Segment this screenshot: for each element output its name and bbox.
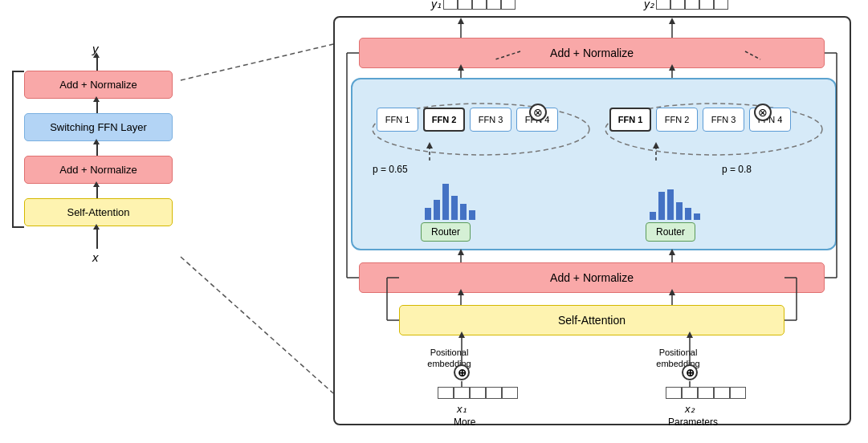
right-ffn3: FFN 3 bbox=[703, 108, 744, 132]
left-bar-chart bbox=[425, 180, 475, 220]
right-add-norm-top: Add + Normalize bbox=[359, 38, 825, 68]
rbar-1 bbox=[650, 212, 656, 220]
left-add-norm-top: Add + Normalize bbox=[24, 71, 173, 99]
y2-cell-5 bbox=[714, 0, 728, 10]
rbar-4 bbox=[676, 202, 683, 220]
y1-cell-5 bbox=[501, 0, 516, 10]
y1-cell-3 bbox=[472, 0, 487, 10]
bar-3 bbox=[442, 184, 449, 220]
right-ffn1-selected: FFN 1 bbox=[609, 108, 651, 132]
rbar-3 bbox=[667, 189, 674, 220]
x2-cell-1 bbox=[666, 387, 682, 399]
svg-line-0 bbox=[181, 44, 333, 80]
left-bypass-bot-h bbox=[12, 226, 24, 228]
left-switching-ffn: Switching FFN Layer bbox=[24, 113, 173, 141]
left-self-attn: Self-Attention bbox=[24, 198, 173, 226]
right-y2-label: y₂ bbox=[644, 0, 654, 10]
arrow-x-head bbox=[93, 224, 100, 230]
left-p-label: p = 0.65 bbox=[373, 164, 408, 175]
x2-label: x₂ bbox=[685, 403, 695, 415]
svg-line-1 bbox=[181, 257, 333, 393]
y2-cell-1 bbox=[656, 0, 670, 10]
y2-cell-4 bbox=[699, 0, 714, 10]
right-ffn2: FFN 2 bbox=[656, 108, 698, 132]
bar-2 bbox=[434, 200, 440, 220]
left-pos-emb-label: Positionalembedding bbox=[419, 347, 479, 370]
x2-input-grid bbox=[666, 387, 746, 399]
left-plus-circle: ⊕ bbox=[454, 364, 470, 380]
x2-cell-3 bbox=[698, 387, 714, 399]
x1-cell-3 bbox=[470, 387, 486, 399]
y2-cell-2 bbox=[670, 0, 685, 10]
y1-cell-4 bbox=[487, 0, 501, 10]
main-diagram: y Add + Normalize Switching FFN Layer Ad… bbox=[0, 0, 868, 443]
right-add-norm-mid: Add + Normalize bbox=[359, 262, 825, 293]
left-add-norm-bot: Add + Normalize bbox=[24, 156, 173, 184]
blue-inner-box: FFN 1 FFN 2 FFN 3 FFN 4 ⊗ p = 0.65 bbox=[351, 78, 837, 250]
left-bypass-line bbox=[12, 71, 14, 226]
bar-6 bbox=[469, 210, 475, 220]
right-bar-chart bbox=[650, 180, 700, 220]
right-outer-box: y₁ y₂ Add + Normalize bbox=[333, 16, 851, 425]
x1-cell-5 bbox=[502, 387, 518, 399]
arrow-x-up bbox=[96, 226, 98, 249]
right-pos-emb-label: Positionalembedding bbox=[648, 347, 708, 370]
svg-marker-5 bbox=[458, 18, 464, 24]
left-ffn3: FFN 3 bbox=[470, 108, 511, 132]
bar-5 bbox=[460, 204, 467, 220]
parameters-label: Parameters bbox=[668, 417, 718, 428]
right-plus-circle: ⊕ bbox=[682, 364, 698, 380]
bar-4 bbox=[451, 196, 458, 220]
arrow-y-up-head bbox=[93, 52, 100, 58]
x2-cell-5 bbox=[730, 387, 746, 399]
x1-cell-4 bbox=[486, 387, 502, 399]
left-router-box: Router bbox=[421, 222, 471, 242]
right-self-attn: Self-Attention bbox=[399, 305, 784, 335]
y2-cell-3 bbox=[685, 0, 699, 10]
arrow-2-head bbox=[93, 139, 100, 144]
svg-marker-7 bbox=[669, 18, 675, 24]
y1-cell-2 bbox=[458, 0, 472, 10]
rbar-2 bbox=[658, 192, 665, 220]
left-ffn2-selected: FFN 2 bbox=[423, 108, 465, 132]
x2-cell-4 bbox=[714, 387, 730, 399]
rbar-6 bbox=[694, 213, 700, 220]
x1-label: x₁ bbox=[457, 403, 467, 415]
right-p-label: p = 0.8 bbox=[722, 164, 752, 175]
x2-cell-2 bbox=[682, 387, 698, 399]
arrow-3-head bbox=[93, 181, 100, 187]
x1-input-grid bbox=[438, 387, 518, 399]
left-bypass-top-h bbox=[12, 71, 24, 72]
left-ffn1: FFN 1 bbox=[377, 108, 418, 132]
right-y1-label: y₁ bbox=[431, 0, 442, 10]
left-multiply-icon: ⊗ bbox=[529, 104, 547, 121]
right-y1-grid bbox=[443, 0, 516, 10]
left-x-label: x bbox=[92, 250, 99, 264]
rbar-5 bbox=[685, 208, 691, 220]
arrow-1-head bbox=[93, 96, 100, 102]
bar-1 bbox=[425, 208, 431, 220]
more-label: More bbox=[454, 417, 475, 428]
x1-cell-2 bbox=[454, 387, 470, 399]
right-router-box: Router bbox=[646, 222, 695, 242]
y1-cell-1 bbox=[443, 0, 458, 10]
x1-cell-1 bbox=[438, 387, 454, 399]
right-y2-grid bbox=[656, 0, 728, 10]
right-multiply-icon: ⊗ bbox=[754, 104, 772, 121]
